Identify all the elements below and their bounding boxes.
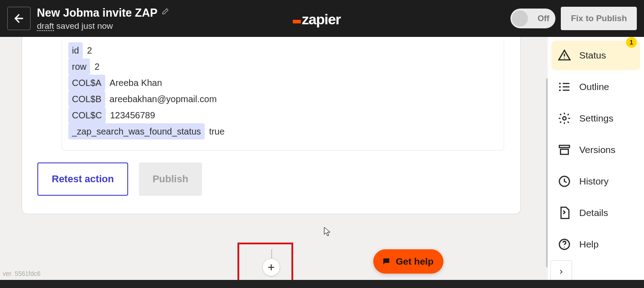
sidebar-item-label: Settings bbox=[579, 113, 613, 124]
svg-rect-12 bbox=[560, 149, 568, 154]
publish-button: Publish bbox=[139, 162, 201, 196]
field-key: COL$C bbox=[68, 107, 106, 123]
get-help-label: Get help bbox=[396, 256, 434, 267]
field-row: COL$Bareebakhan@yopmail.com bbox=[68, 91, 497, 107]
retest-action-button[interactable]: Retest action bbox=[37, 162, 128, 196]
sidebar-item-label: History bbox=[579, 176, 608, 187]
version-label: ver. 5561fdc6 bbox=[3, 270, 40, 277]
sidebar-item-status[interactable]: Status 1 bbox=[551, 40, 640, 70]
step-connector-line bbox=[271, 249, 272, 258]
field-value: true bbox=[209, 124, 224, 139]
zap-title[interactable]: New Jobma invite ZAP bbox=[37, 6, 157, 19]
zap-enable-toggle[interactable]: Off bbox=[510, 9, 555, 28]
svg-point-10 bbox=[563, 117, 566, 120]
draft-label[interactable]: draft bbox=[37, 21, 54, 31]
step-editor-panel: id2 row2 COL$AAreeba Khan COL$Bareebakha… bbox=[22, 37, 521, 214]
sidebar-item-label: Outline bbox=[579, 81, 609, 92]
field-key: row bbox=[68, 58, 90, 75]
main: id2 row2 COL$AAreeba Khan COL$Bareebakha… bbox=[0, 37, 644, 288]
svg-point-3 bbox=[564, 58, 565, 58]
field-row: _zap_search_was_found_statustrue bbox=[68, 123, 497, 140]
sidebar-item-label: Details bbox=[579, 207, 608, 218]
test-result-fields: id2 row2 COL$AAreeba Khan COL$Bareebakha… bbox=[62, 40, 504, 151]
sidebar-item-history[interactable]: History bbox=[551, 166, 640, 196]
right-sidebar: Status 1 Outline Settings Versions Histo… bbox=[548, 37, 644, 288]
toggle-knob bbox=[512, 10, 528, 27]
editor-canvas[interactable]: id2 row2 COL$AAreeba Khan COL$Bareebakha… bbox=[0, 37, 548, 288]
sidebar-item-label: Status bbox=[579, 50, 606, 61]
svg-point-4 bbox=[559, 83, 561, 85]
action-button-row: Retest action Publish bbox=[37, 162, 520, 196]
svg-point-6 bbox=[559, 86, 561, 88]
field-row: COL$C123456789 bbox=[68, 107, 497, 123]
zapier-logo: zapier bbox=[293, 10, 351, 28]
add-step-button[interactable] bbox=[262, 258, 280, 276]
field-value: Areeba Khan bbox=[110, 75, 162, 90]
mouse-cursor-icon bbox=[324, 227, 332, 238]
sidebar-item-details[interactable]: Details bbox=[551, 198, 640, 228]
svg-point-8 bbox=[559, 90, 561, 91]
get-help-button[interactable]: Get help bbox=[373, 249, 443, 274]
svg-rect-0 bbox=[293, 20, 301, 23]
edit-title-icon[interactable] bbox=[161, 8, 169, 18]
field-key: COL$B bbox=[68, 91, 105, 107]
fix-to-publish-button[interactable]: Fix to Publish bbox=[561, 7, 637, 30]
status-badge: 1 bbox=[626, 37, 637, 48]
field-key: COL$A bbox=[68, 75, 105, 91]
sidebar-item-label: Versions bbox=[579, 144, 616, 155]
sidebar-item-help[interactable]: Help bbox=[551, 230, 640, 259]
sidebar-item-label: Help bbox=[579, 239, 599, 250]
field-value: areebakhan@yopmail.com bbox=[110, 91, 217, 107]
title-block: New Jobma invite ZAP draft saved just no… bbox=[37, 6, 169, 31]
os-taskbar-strip bbox=[0, 280, 644, 288]
sidebar-item-outline[interactable]: Outline bbox=[551, 72, 640, 102]
field-value: 2 bbox=[94, 59, 99, 74]
sidebar-item-versions[interactable]: Versions bbox=[551, 135, 640, 165]
field-row: COL$AAreeba Khan bbox=[68, 75, 497, 91]
save-status: draft saved just now bbox=[37, 21, 169, 31]
field-row: id2 bbox=[68, 42, 497, 58]
toggle-label: Off bbox=[537, 14, 549, 23]
sidebar-item-settings[interactable]: Settings bbox=[551, 104, 640, 133]
app-header: New Jobma invite ZAP draft saved just no… bbox=[0, 0, 644, 37]
field-row: row2 bbox=[68, 58, 497, 75]
field-key: _zap_search_was_found_status bbox=[68, 123, 205, 140]
svg-text:zapier: zapier bbox=[302, 11, 341, 27]
back-button[interactable] bbox=[7, 7, 31, 30]
field-value: 2 bbox=[87, 43, 92, 58]
field-key: id bbox=[68, 42, 83, 58]
field-value: 123456789 bbox=[110, 108, 155, 123]
svg-rect-11 bbox=[559, 145, 570, 148]
svg-point-15 bbox=[564, 247, 565, 248]
